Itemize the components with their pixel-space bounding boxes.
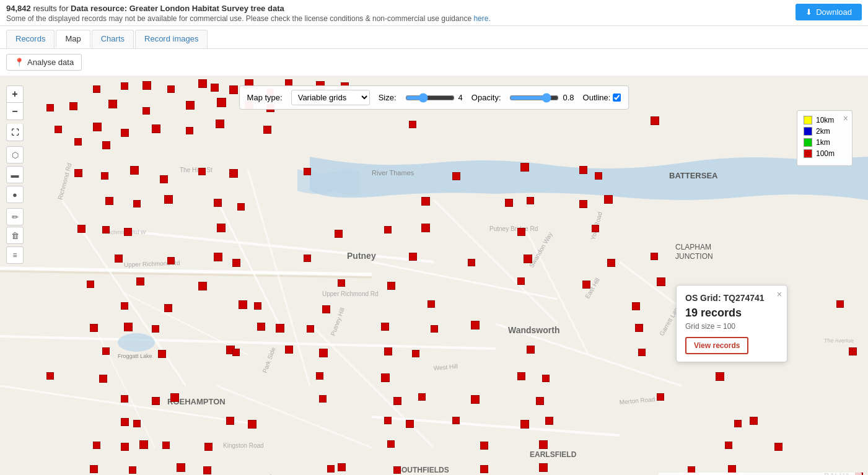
data-point[interactable]	[142, 81, 151, 90]
data-point[interactable]	[527, 197, 534, 204]
data-point[interactable]	[121, 418, 129, 426]
data-point[interactable]	[418, 393, 426, 401]
legend-close-button[interactable]: ×	[843, 113, 848, 123]
data-point[interactable]	[539, 440, 548, 449]
data-point[interactable]	[657, 277, 665, 286]
data-point[interactable]	[229, 169, 238, 178]
data-point[interactable]	[635, 324, 643, 332]
data-point[interactable]	[160, 175, 168, 183]
data-point[interactable]	[133, 200, 141, 207]
data-point[interactable]	[124, 323, 133, 331]
data-point[interactable]	[105, 197, 113, 205]
data-point[interactable]	[384, 226, 392, 233]
data-point[interactable]	[121, 395, 128, 403]
fullscreen-button[interactable]: ⛶	[6, 124, 24, 141]
data-point[interactable]	[381, 323, 389, 331]
layers-button[interactable]: ≡	[6, 246, 24, 264]
data-point[interactable]	[121, 82, 128, 90]
tab-record-images[interactable]: Record images	[135, 30, 208, 48]
data-point[interactable]	[164, 304, 172, 312]
data-point[interactable]	[393, 397, 401, 405]
data-point[interactable]	[387, 440, 395, 448]
data-point[interactable]	[774, 443, 783, 451]
data-point[interactable]	[214, 199, 222, 207]
data-point[interactable]	[421, 197, 430, 206]
data-point[interactable]	[505, 199, 513, 207]
tab-charts[interactable]: Charts	[92, 30, 134, 48]
data-point[interactable]	[115, 255, 123, 263]
data-point[interactable]	[158, 350, 166, 358]
data-point[interactable]	[384, 417, 392, 424]
data-point[interactable]	[539, 463, 548, 472]
data-point[interactable]	[725, 442, 732, 449]
data-point[interactable]	[520, 420, 529, 429]
data-point[interactable]	[198, 168, 206, 175]
data-point[interactable]	[121, 443, 129, 451]
data-point[interactable]	[211, 84, 219, 92]
data-point[interactable]	[217, 224, 226, 232]
data-point[interactable]	[129, 466, 136, 474]
data-point[interactable]	[592, 225, 599, 232]
data-point[interactable]	[517, 372, 525, 380]
data-point[interactable]	[55, 126, 62, 133]
data-point[interactable]	[304, 168, 311, 175]
circle-tool-button[interactable]: ●	[6, 186, 24, 203]
data-point[interactable]	[142, 107, 150, 115]
data-point[interactable]	[750, 417, 758, 425]
data-point[interactable]	[152, 124, 160, 133]
download-button[interactable]: ⬇ Download	[796, 4, 862, 20]
data-point[interactable]	[136, 277, 144, 285]
data-point[interactable]	[327, 465, 335, 473]
data-point[interactable]	[412, 350, 419, 357]
data-point[interactable]	[239, 300, 247, 309]
data-point[interactable]	[46, 104, 54, 111]
data-point[interactable]	[651, 116, 659, 125]
polygon-tool-button[interactable]: ⬡	[6, 146, 24, 163]
map-type-select[interactable]: Variable grids Heat map Points	[291, 90, 370, 105]
data-point[interactable]	[480, 442, 488, 450]
data-point[interactable]	[232, 349, 240, 356]
data-point[interactable]	[74, 169, 82, 177]
data-point[interactable]	[162, 442, 170, 449]
data-point[interactable]	[248, 420, 256, 429]
data-point[interactable]	[520, 163, 529, 172]
data-point[interactable]	[152, 325, 159, 333]
data-point[interactable]	[427, 300, 435, 308]
data-point[interactable]	[849, 347, 857, 355]
data-point[interactable]	[186, 127, 193, 134]
data-point[interactable]	[276, 324, 284, 333]
data-point[interactable]	[517, 277, 525, 285]
data-point[interactable]	[229, 85, 238, 94]
data-point[interactable]	[579, 166, 587, 174]
data-point[interactable]	[452, 172, 460, 180]
data-point[interactable]	[46, 372, 54, 380]
data-point[interactable]	[170, 393, 179, 402]
data-point[interactable]	[393, 466, 401, 474]
data-point[interactable]	[226, 417, 234, 425]
data-point[interactable]	[121, 129, 129, 137]
data-point[interactable]	[177, 463, 185, 472]
data-point[interactable]	[545, 417, 553, 425]
data-point[interactable]	[87, 281, 94, 288]
data-point[interactable]	[198, 79, 207, 88]
data-point[interactable]	[335, 230, 343, 238]
data-point[interactable]	[836, 300, 844, 308]
view-records-button[interactable]: View records	[685, 337, 748, 354]
data-point[interactable]	[651, 253, 658, 260]
rectangle-tool-button[interactable]: ▬	[6, 166, 24, 183]
data-point[interactable]	[527, 346, 535, 354]
data-point[interactable]	[409, 121, 416, 128]
edit-tool-button[interactable]: ✏	[6, 208, 24, 225]
data-point[interactable]	[322, 305, 330, 313]
data-point[interactable]	[102, 226, 110, 233]
data-point[interactable]	[237, 203, 245, 211]
data-point[interactable]	[90, 324, 98, 332]
data-point[interactable]	[638, 349, 646, 356]
data-point[interactable]	[579, 200, 587, 208]
data-point[interactable]	[285, 346, 293, 354]
data-point[interactable]	[319, 349, 328, 357]
data-point[interactable]	[517, 228, 525, 236]
here-link[interactable]: here.	[473, 14, 490, 23]
data-point[interactable]	[421, 224, 430, 232]
data-point[interactable]	[121, 302, 128, 310]
